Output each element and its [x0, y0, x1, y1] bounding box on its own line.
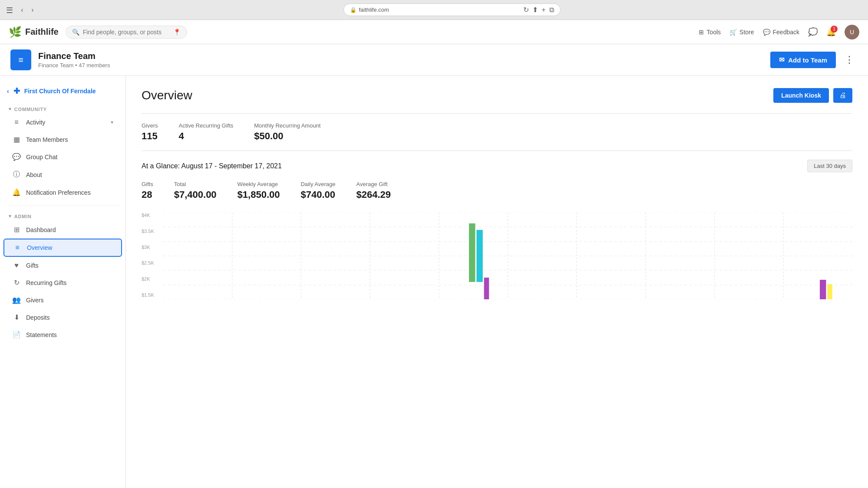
team-actions: ✉ Add to Team ⋮ — [770, 52, 858, 68]
section-divider — [7, 205, 119, 206]
team-info: Finance Team Finance Team • 47 members — [38, 51, 763, 69]
gifts-icon: ♥ — [12, 262, 21, 269]
avg-gift-stat-label: Average Gift — [356, 181, 391, 187]
gifts-stat-label: Gifts — [142, 181, 153, 187]
share-button[interactable]: ⬆ — [532, 6, 538, 14]
chart-container: $4K $3.5K $3K $2.5K $2K $1.5K — [142, 213, 852, 299]
sidebar-item-givers[interactable]: 👥 Givers — [3, 291, 122, 308]
activity-arrow-icon: ▾ — [111, 119, 113, 125]
glance-title: At a Glance: August 17 - September 17, 2… — [142, 162, 282, 170]
daily-avg-stat-label: Daily Average — [300, 181, 335, 187]
store-nav-item[interactable]: 🛒 Store — [729, 29, 754, 36]
location-icon: 📍 — [173, 29, 181, 36]
y-label-3k: $3K — [142, 245, 161, 250]
active-recurring-stat-value: 4 — [179, 131, 234, 142]
sidebar-item-recurring-gifts[interactable]: ↻ Recurring Gifts — [3, 274, 122, 291]
address-bar: 🔒 faithlife.com ↻ ⬆ + ⧉ — [343, 3, 561, 16]
team-logo-icon: ≡ — [18, 55, 23, 65]
logo[interactable]: 🌿 Faithlife — [9, 26, 59, 38]
logo-text: Faithlife — [25, 27, 59, 37]
glance-stats: Gifts 28 Total $7,400.00 Weekly Average … — [142, 181, 852, 200]
total-stat: Total $7,400.00 — [174, 181, 217, 200]
chart-area — [163, 213, 852, 299]
avg-gift-stat-value: $264.29 — [356, 189, 391, 200]
team-members-icon: ▦ — [12, 135, 21, 144]
notification-button[interactable]: 🔔 1 — [826, 27, 836, 37]
browser-chrome: ☰ ‹ › 🔒 faithlife.com ↻ ⬆ + ⧉ — [0, 0, 868, 20]
bar-purple — [484, 278, 489, 299]
y-label-2k: $2K — [142, 276, 161, 282]
sidebar-item-overview[interactable]: ≡ Overview — [3, 239, 122, 257]
launch-kiosk-button[interactable]: Launch Kiosk — [773, 88, 829, 103]
sidebar-item-deposits[interactable]: ⬇ Deposits — [3, 309, 122, 326]
total-stat-label: Total — [174, 181, 217, 187]
sidebar-item-group-chat[interactable]: 💬 Group Chat — [3, 148, 122, 165]
content-header: Overview Launch Kiosk 🖨 — [142, 88, 852, 103]
back-button[interactable]: ‹ — [18, 6, 26, 14]
team-header: ≡ Finance Team Finance Team • 47 members… — [0, 44, 868, 76]
forward-button[interactable]: › — [29, 6, 36, 14]
store-label: Store — [739, 29, 754, 36]
feedback-nav-item[interactable]: 💬 Feedback — [763, 29, 799, 36]
period-button[interactable]: Last 30 days — [807, 160, 852, 172]
sidebar-back-button[interactable]: ‹ ✚ First Church Of Ferndale — [0, 83, 125, 103]
team-name: Finance Team — [38, 51, 763, 61]
more-options-button[interactable]: ⋮ — [841, 52, 858, 67]
givers-stat-label: Givers — [142, 122, 158, 129]
reload-button[interactable]: ↻ — [523, 6, 529, 14]
add-to-team-label: Add to Team — [788, 56, 827, 64]
weekly-avg-stat-label: Weekly Average — [238, 181, 280, 187]
tools-label: Tools — [706, 29, 721, 36]
chat-nav-item[interactable]: 💭 — [808, 27, 818, 37]
tools-icon: ⊞ — [699, 29, 704, 36]
sidebar-item-dashboard[interactable]: ⊞ Dashboard — [3, 221, 122, 238]
sidebar-item-gifts[interactable]: ♥ Gifts — [3, 257, 122, 274]
givers-stat: Givers 115 — [142, 122, 158, 142]
team-members-label: Team Members — [26, 136, 68, 143]
daily-avg-stat-value: $740.00 — [300, 189, 335, 200]
group-chat-label: Group Chat — [26, 154, 57, 160]
content-actions: Launch Kiosk 🖨 — [773, 88, 852, 103]
weekly-avg-stat: Weekly Average $1,850.00 — [238, 181, 280, 200]
lock-icon: 🔒 — [350, 7, 356, 13]
search-bar: 🔍 📍 — [66, 26, 187, 39]
dropdown-icon: ▾ — [9, 106, 12, 112]
bar-teal — [476, 230, 482, 282]
page-title: Overview — [142, 88, 192, 102]
sidebar-item-team-members[interactable]: ▦ Team Members — [3, 131, 122, 148]
sidebar-item-notifications[interactable]: 🔔 Notification Preferences — [3, 184, 122, 201]
add-tab-button[interactable]: + — [541, 6, 545, 14]
statements-label: Statements — [26, 331, 57, 338]
dashboard-label: Dashboard — [26, 226, 56, 233]
deposits-icon: ⬇ — [12, 313, 21, 321]
about-label: About — [26, 171, 42, 178]
notification-prefs-label: Notification Preferences — [26, 189, 91, 196]
tabs-button[interactable]: ⧉ — [549, 6, 554, 14]
recurring-gifts-icon: ↻ — [12, 278, 21, 287]
bar-green — [469, 223, 475, 282]
tools-nav-item[interactable]: ⊞ Tools — [699, 29, 721, 36]
daily-avg-stat: Daily Average $740.00 — [300, 181, 335, 200]
monthly-recurring-stat-label: Monthly Recurring Amount — [254, 122, 320, 129]
about-icon: ⓘ — [12, 170, 21, 179]
sidebar-item-activity[interactable]: ≡ Activity ▾ — [3, 114, 122, 131]
weekly-avg-stat-value: $1,850.00 — [238, 189, 280, 200]
feedback-label: Feedback — [773, 29, 799, 36]
sidebar-item-statements[interactable]: 📄 Statements — [3, 326, 122, 343]
gifts-stat: Gifts 28 — [142, 181, 153, 200]
print-button[interactable]: 🖨 — [833, 88, 852, 103]
add-to-team-button[interactable]: ✉ Add to Team — [770, 52, 836, 68]
y-label-1-5k: $1.5K — [142, 292, 161, 298]
avg-gift-stat: Average Gift $264.29 — [356, 181, 391, 200]
sidebar-item-about[interactable]: ⓘ About — [3, 166, 122, 183]
active-recurring-stat-label: Active Recurring Gifts — [179, 122, 234, 129]
search-input[interactable] — [83, 29, 170, 36]
notification-prefs-icon: 🔔 — [12, 188, 21, 197]
y-label-2-5k: $2.5K — [142, 260, 161, 265]
sidebar-toggle[interactable]: ☰ — [5, 6, 14, 14]
team-subtitle: Finance Team • 47 members — [38, 62, 763, 69]
search-icon: 🔍 — [72, 29, 79, 36]
avatar[interactable]: U — [845, 25, 859, 39]
chat-icon: 💭 — [808, 27, 818, 37]
store-icon: 🛒 — [729, 29, 737, 36]
